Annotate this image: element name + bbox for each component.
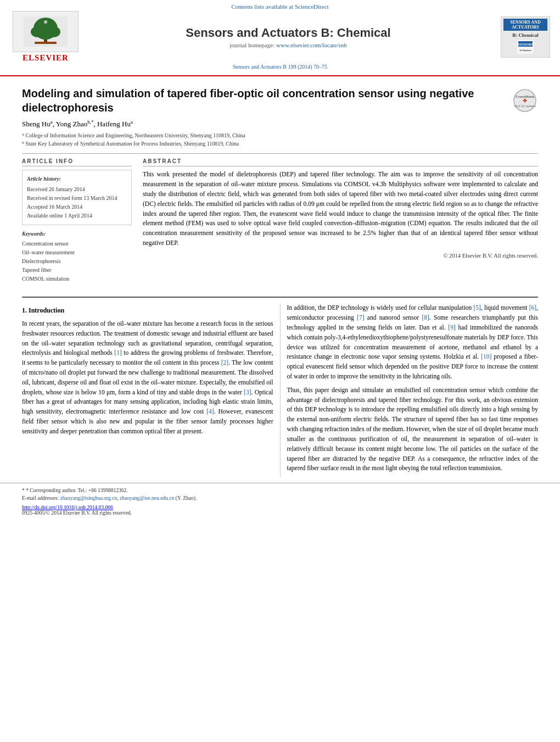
keywords-box: Keywords: Concentration sensor Oil–water…	[22, 230, 132, 283]
author-yong: Yong Zhaob,*,	[56, 120, 97, 128]
email-suffix: (Y. Zhao).	[176, 495, 197, 501]
journal-header: Contents lists available at ScienceDirec…	[0, 0, 560, 76]
header-main: ELSEVIER Sensors and Actuators B: Chemic…	[0, 11, 560, 63]
svg-point-3	[31, 26, 44, 37]
keyword-4: Tapered fiber	[22, 266, 132, 275]
svg-point-6	[44, 20, 47, 24]
article-title: Modeling and simulation of tapered fiber…	[22, 86, 513, 115]
author-haifeng: Haifeng Hua	[97, 120, 133, 128]
section1-heading: 1. Introduction	[22, 305, 273, 316]
corresponding-note: * * Corresponding author. Tel.: +86 1399…	[22, 487, 538, 494]
ref-3: [3]	[244, 389, 251, 395]
journal-homepage: journal homepage: www.elsevier.com/locat…	[87, 42, 490, 48]
issn-line: 0925-4005/© 2014 Elsevier B.V. All right…	[22, 510, 538, 516]
svg-text:click for updates: click for updates	[514, 104, 536, 108]
ref-2: [2]	[221, 359, 228, 366]
journal-title: Sensors and Actuators B: Chemical	[87, 26, 490, 40]
crossmark-badge: CrossMark click for updates	[513, 89, 538, 114]
abstract-heading: ABSTRACT	[143, 158, 538, 166]
sensors-logo-subtitle: B: Chemical	[512, 32, 539, 38]
article-info-heading: ARTICLE INFO	[22, 158, 132, 166]
volume-info: Sensors and Actuators B 199 (2014) 70–75	[233, 64, 327, 70]
email2-link[interactable]: zhaoyang@ise.neu.edu.cn	[120, 495, 174, 501]
received-revised-date: Received in revised form 13 March 2014	[27, 194, 127, 203]
keyword-5: COMSOL simulation	[22, 275, 132, 283]
contents-bar: Contents lists available at ScienceDirec…	[0, 0, 560, 11]
sensors-logo-top: SENSORS ANDACTUATORS	[503, 19, 547, 31]
ref-1: [1]	[114, 349, 121, 356]
email-label: E-mail addresses:	[22, 495, 59, 501]
body-col-1: 1. Introduction In recent years, the sep…	[22, 303, 280, 477]
body-col1-para1: In recent years, the separation of the o…	[22, 319, 273, 437]
ref-9: [9]	[448, 324, 455, 331]
sensors-logo-container: SENSORS ANDACTUATORS B: Chemical SENSORS…	[495, 16, 550, 58]
homepage-label: journal homepage:	[229, 42, 275, 48]
keyword-2: Oil–water measurement	[22, 248, 132, 257]
svg-text:SENSORS: SENSORS	[518, 43, 533, 46]
page: Contents lists available at ScienceDirec…	[0, 0, 560, 742]
elsevier-logo-container: ELSEVIER	[10, 11, 81, 63]
doi-link[interactable]: http://dx.doi.org/10.1016/j.snb.2014.03.…	[22, 505, 113, 510]
authors-line: Sheng Hua, Yong Zhaob,*, Haifeng Hua	[22, 119, 538, 129]
affiliation-a: ᵃ College of Information Science and Eng…	[22, 131, 538, 140]
doi-line: http://dx.doi.org/10.1016/j.snb.2014.03.…	[22, 505, 538, 510]
body-col2-para2: Thus, this paper design and simulate an …	[287, 386, 539, 473]
email1-link[interactable]: zhaoyang@tsinghua.org.cn	[60, 495, 117, 501]
homepage-url[interactable]: www.elsevier.com/locate/snb	[276, 42, 347, 48]
svg-point-4	[47, 26, 60, 37]
body-col2-para1: In addition, the DEP technology is widel…	[287, 303, 539, 382]
sciencedirect-link[interactable]: ScienceDirect	[295, 3, 329, 10]
corresponding-text: * Corresponding author. Tel.: +86 139988…	[26, 488, 128, 493]
keyword-3: Dielectrophoresis	[22, 257, 132, 266]
affiliation-b: ᵇ State Key Laboratory of Synthetical Au…	[22, 140, 538, 148]
article-info-abstract: ARTICLE INFO Article history: Received 2…	[22, 158, 538, 283]
article-history-box: Article history: Received 26 January 201…	[22, 170, 132, 225]
abstract-text: This work presented the model of dieletr…	[143, 170, 538, 248]
available-online-date: Available online 1 April 2014	[27, 211, 127, 220]
abstract-column: ABSTRACT This work presented the model o…	[143, 158, 538, 283]
elsevier-logo-image	[13, 11, 79, 52]
ref-7: [7]	[357, 314, 364, 321]
article-info-column: ARTICLE INFO Article history: Received 2…	[22, 158, 132, 283]
sensors-logo: SENSORS ANDACTUATORS B: Chemical SENSORS…	[501, 16, 550, 58]
header-center: Sensors and Actuators B: Chemical journa…	[81, 26, 495, 48]
svg-rect-5	[35, 42, 57, 44]
ref-8: [8]	[422, 314, 429, 321]
volume-bar: Sensors and Actuators B 199 (2014) 70–75	[0, 63, 560, 72]
author-sheng: Sheng Hua,	[22, 120, 56, 128]
article-title-section: Modeling and simulation of tapered fiber…	[22, 86, 538, 115]
ref-4: [4]	[206, 408, 214, 415]
body-col-2: In addition, the DEP technology is widel…	[281, 303, 539, 477]
affiliations: ᵃ College of Information Science and Eng…	[22, 131, 538, 148]
info-divider	[22, 153, 538, 154]
article-content: Modeling and simulation of tapered fiber…	[0, 76, 560, 289]
elsevier-logo: ELSEVIER	[10, 11, 81, 63]
svg-rect-14	[524, 98, 525, 103]
email-footnote: E-mail addresses: zhaoyang@tsinghua.org.…	[22, 494, 538, 502]
keyword-1: Concentration sensor	[22, 239, 132, 248]
svg-text:AcTuators: AcTuators	[519, 49, 531, 52]
accepted-date: Accepted 16 March 2014	[27, 203, 127, 211]
keywords-title: Keywords:	[22, 230, 132, 238]
body-columns: 1. Introduction In recent years, the sep…	[0, 298, 560, 477]
sensors-logo-badge: SENSORS AcTuators	[517, 40, 534, 55]
ref-6: [6]	[529, 304, 536, 311]
elsevier-wordmark: ELSEVIER	[23, 53, 69, 63]
svg-text:CrossMark: CrossMark	[516, 94, 534, 99]
received-date: Received 26 January 2014	[27, 185, 127, 194]
ref-10: [10]	[481, 353, 491, 360]
copyright-line: © 2014 Elsevier B.V. All rights reserved…	[143, 253, 538, 259]
footer-area: * * Corresponding author. Tel.: +86 1399…	[0, 483, 560, 516]
article-history-title: Article history:	[27, 175, 127, 183]
contents-label: Contents lists available at	[231, 3, 293, 10]
ref-5: [5]	[474, 304, 481, 311]
